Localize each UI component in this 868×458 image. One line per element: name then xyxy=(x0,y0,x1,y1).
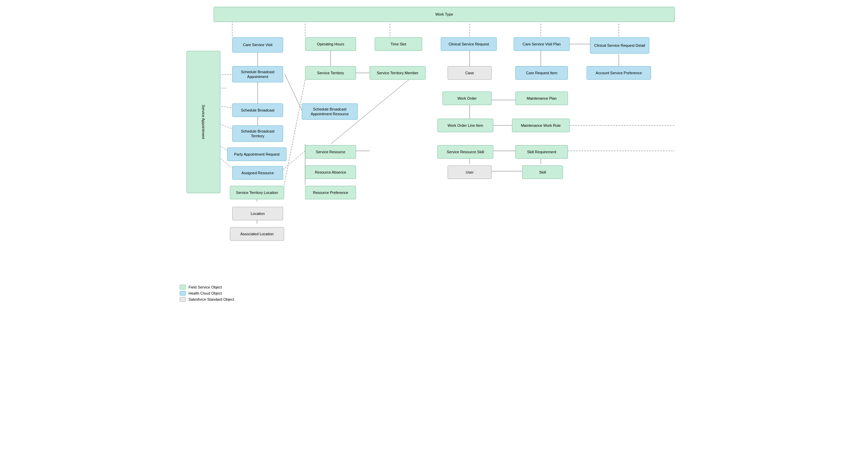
case-node: Case xyxy=(448,66,492,80)
service-appointment-label: Service Appointment xyxy=(201,105,206,139)
clinical-service-request-label: Clinical Service Request xyxy=(449,42,489,46)
party-appointment-request-node: Party Appointment Request xyxy=(227,147,287,161)
clinical-service-request-detail-label: Clinical Service Request Detail xyxy=(594,43,645,48)
associated-location-node: Associated Location xyxy=(230,227,284,241)
service-resource-label: Service Resource xyxy=(316,150,346,154)
maintenance-plan-label: Maintenance Plan xyxy=(527,96,556,101)
legend-label-field-service: Field Service Object xyxy=(189,285,222,289)
service-territory-node: Service Territory xyxy=(305,66,356,80)
svg-line-18 xyxy=(285,74,302,110)
svg-line-17 xyxy=(284,80,305,185)
legend-item-field-service: Field Service Object xyxy=(180,285,688,290)
work-type-label: Work Type xyxy=(435,12,453,17)
user-label: User xyxy=(466,170,473,175)
schedule-broadcast-label: Schedule Broadcast xyxy=(241,108,274,113)
service-territory-location-label: Service Territory Location xyxy=(236,190,278,195)
skill-requirement-label: Skill Requirement xyxy=(527,150,556,154)
user-node: User xyxy=(448,165,492,179)
legend-box-health-cloud xyxy=(180,291,186,296)
service-territory-member-node: Service Territory Member xyxy=(370,66,426,80)
location-node: Location xyxy=(232,207,283,220)
maintenance-work-rule-node: Maintenance Work Rule xyxy=(512,119,570,132)
care-request-item-node: Care Request Item xyxy=(515,66,568,80)
resource-absence-node: Resource Absence xyxy=(305,165,356,179)
care-request-item-label: Care Request Item xyxy=(526,71,557,75)
resource-preference-label: Resource Preference xyxy=(313,190,348,195)
care-service-visit-node: Care Service Visit xyxy=(232,37,283,53)
work-order-node: Work Order xyxy=(442,92,492,105)
time-slot-label: Time Slot xyxy=(391,42,406,46)
care-service-visit-plan-node: Care Service Visit Plan xyxy=(514,37,570,51)
case-label: Case xyxy=(465,71,474,75)
work-order-line-item-label: Work Order Line Item xyxy=(448,123,483,128)
clinical-service-request-node: Clinical Service Request xyxy=(441,37,497,51)
service-resource-skill-label: Service Resource Skill xyxy=(447,150,484,154)
legend-item-health-cloud: Health Cloud Object xyxy=(180,291,688,296)
clinical-service-request-detail-node: Clinical Service Request Detail xyxy=(590,37,649,54)
assigned-resource-node: Assigned Resource xyxy=(232,166,283,180)
diagram-container: Work Type Service Appointment Care Servi… xyxy=(180,3,688,281)
service-appointment-node: Service Appointment xyxy=(186,51,220,193)
assigned-resource-label: Assigned Resource xyxy=(241,171,274,175)
schedule-broadcast-appt-resource-label: Schedule Broadcast Appointment Resource xyxy=(304,107,355,117)
skill-node: Skill xyxy=(522,165,563,179)
schedule-broadcast-appt-node: Schedule Broadcast Appointment xyxy=(232,66,283,82)
schedule-broadcast-appt-resource-node: Schedule Broadcast Appointment Resource xyxy=(302,103,358,120)
service-territory-location-node: Service Territory Location xyxy=(230,186,284,199)
legend-box-standard xyxy=(180,297,186,302)
schedule-broadcast-territory-node: Schedule Broadcast Territory xyxy=(232,125,283,142)
account-service-preference-node: Account Service Preference xyxy=(587,66,651,80)
skill-label: Skill xyxy=(539,170,546,175)
operating-hours-label: Operating Hours xyxy=(317,42,344,46)
operating-hours-node: Operating Hours xyxy=(305,37,356,51)
care-service-visit-label: Care Service Visit xyxy=(243,42,272,47)
legend-item-standard: Salesforce Standard Object xyxy=(180,297,688,302)
schedule-broadcast-node: Schedule Broadcast xyxy=(232,103,283,117)
account-service-preference-label: Account Service Preference xyxy=(596,71,642,75)
location-label: Location xyxy=(251,211,265,216)
service-resource-skill-node: Service Resource Skill xyxy=(437,145,493,159)
care-service-visit-plan-label: Care Service Visit Plan xyxy=(522,42,560,46)
maintenance-work-rule-label: Maintenance Work Rule xyxy=(521,123,560,128)
service-territory-member-label: Service Territory Member xyxy=(377,71,418,75)
associated-location-label: Associated Location xyxy=(240,232,274,236)
legend-label-health-cloud: Health Cloud Object xyxy=(189,291,222,295)
legend: Field Service Object Health Cloud Object… xyxy=(180,285,688,308)
schedule-broadcast-territory-label: Schedule Broadcast Territory xyxy=(235,129,281,139)
legend-label-standard: Salesforce Standard Object xyxy=(189,297,234,301)
schedule-broadcast-appt-label: Schedule Broadcast Appointment xyxy=(235,69,281,79)
work-order-label: Work Order xyxy=(457,96,477,101)
service-resource-node: Service Resource xyxy=(305,145,356,159)
time-slot-node: Time Slot xyxy=(375,37,422,51)
party-appointment-request-label: Party Appointment Request xyxy=(234,152,280,157)
work-order-line-item-node: Work Order Line Item xyxy=(437,119,493,132)
legend-box-field-service xyxy=(180,285,186,290)
resource-absence-label: Resource Absence xyxy=(315,170,346,175)
service-territory-label: Service Territory xyxy=(317,71,344,75)
resource-preference-node: Resource Preference xyxy=(305,186,356,199)
skill-requirement-node: Skill Requirement xyxy=(515,145,568,159)
maintenance-plan-node: Maintenance Plan xyxy=(515,92,568,105)
work-type-node: Work Type xyxy=(214,7,675,22)
